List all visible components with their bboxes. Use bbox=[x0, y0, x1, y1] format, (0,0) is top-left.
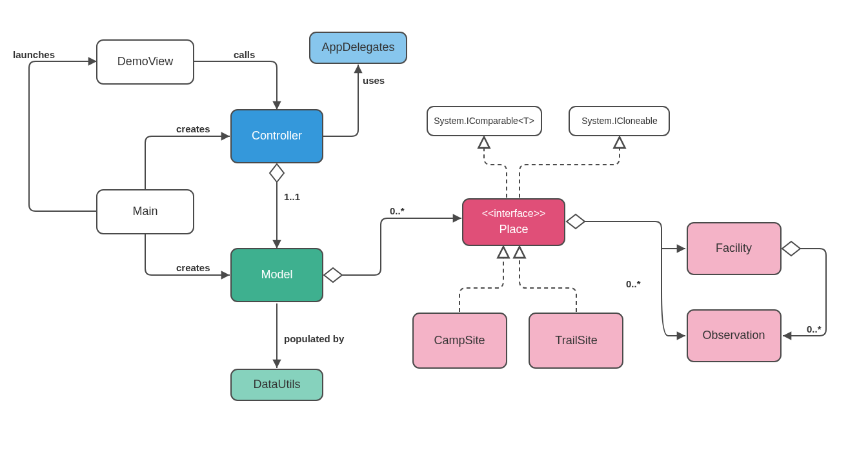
svg-text:calls: calls bbox=[234, 49, 255, 60]
node-main: Main bbox=[97, 190, 194, 234]
edge-campsite-place-realization bbox=[459, 247, 503, 312]
node-observation: Observation bbox=[687, 310, 781, 362]
node-demoview: DemoView bbox=[97, 40, 194, 84]
edge-main-demoview-launches: launches bbox=[13, 49, 97, 211]
svg-text:populated by: populated by bbox=[284, 333, 345, 344]
svg-marker-8 bbox=[324, 268, 342, 282]
node-datautils-label: DataUtils bbox=[253, 378, 300, 391]
node-observation-label: Observation bbox=[702, 329, 765, 342]
node-place-stereotype: <<interface>> bbox=[482, 208, 546, 219]
node-demoview-label: DemoView bbox=[117, 55, 174, 68]
edge-model-datautils-populated-by: populated by bbox=[277, 303, 345, 368]
svg-text:0..*: 0..* bbox=[626, 278, 641, 289]
svg-text:0..*: 0..* bbox=[807, 324, 822, 334]
node-icloneable-label: System.ICloneable bbox=[581, 116, 658, 126]
node-facility-label: Facility bbox=[716, 241, 752, 254]
node-appdelegates: AppDelegates bbox=[310, 32, 407, 63]
node-model: Model bbox=[231, 249, 323, 302]
node-campsite: CampSite bbox=[413, 313, 507, 368]
edge-controller-model-aggregation: 1..1 bbox=[270, 164, 300, 249]
node-trailsite-label: TrailSite bbox=[555, 334, 597, 347]
edge-model-place-aggregation: 0..* bbox=[324, 205, 461, 282]
edge-main-model-creates: creates bbox=[145, 234, 230, 275]
edge-demoview-controller-calls: calls bbox=[194, 49, 277, 110]
uml-diagram: launches calls uses creates creates 1..1… bbox=[0, 0, 868, 452]
node-icloneable: System.ICloneable bbox=[569, 107, 669, 136]
node-place-label: Place bbox=[499, 223, 528, 236]
node-campsite-label: CampSite bbox=[434, 334, 485, 347]
svg-text:0..*: 0..* bbox=[390, 205, 405, 216]
node-trailsite: TrailSite bbox=[529, 313, 623, 368]
node-place: <<interface>> Place bbox=[463, 199, 565, 245]
node-main-label: Main bbox=[132, 205, 157, 218]
edge-main-controller-creates: creates bbox=[145, 123, 230, 190]
edge-place-icloneable-realization bbox=[520, 137, 620, 198]
svg-marker-10 bbox=[567, 214, 585, 229]
svg-text:1..1: 1..1 bbox=[284, 191, 300, 202]
svg-marker-5 bbox=[270, 164, 284, 182]
svg-text:launches: launches bbox=[13, 49, 55, 60]
node-appdelegates-label: AppDelegates bbox=[321, 41, 394, 54]
node-datautils: DataUtils bbox=[231, 369, 323, 400]
svg-text:creates: creates bbox=[176, 123, 210, 134]
edge-trailsite-place-realization bbox=[520, 247, 576, 312]
node-icomparable-label: System.IComparable<T> bbox=[434, 116, 534, 126]
svg-text:uses: uses bbox=[363, 75, 385, 86]
edge-controller-appdelegates-uses: uses bbox=[323, 65, 385, 136]
svg-text:creates: creates bbox=[176, 262, 210, 273]
svg-marker-12 bbox=[782, 241, 800, 256]
node-controller: Controller bbox=[231, 110, 323, 163]
node-model-label: Model bbox=[261, 268, 292, 281]
edge-facility-observation-aggregation: 0..* bbox=[782, 241, 826, 336]
node-controller-label: Controller bbox=[252, 129, 302, 142]
edge-place-icomparable-realization bbox=[484, 137, 507, 198]
node-facility: Facility bbox=[687, 223, 781, 274]
node-icomparable: System.IComparable<T> bbox=[427, 107, 541, 136]
